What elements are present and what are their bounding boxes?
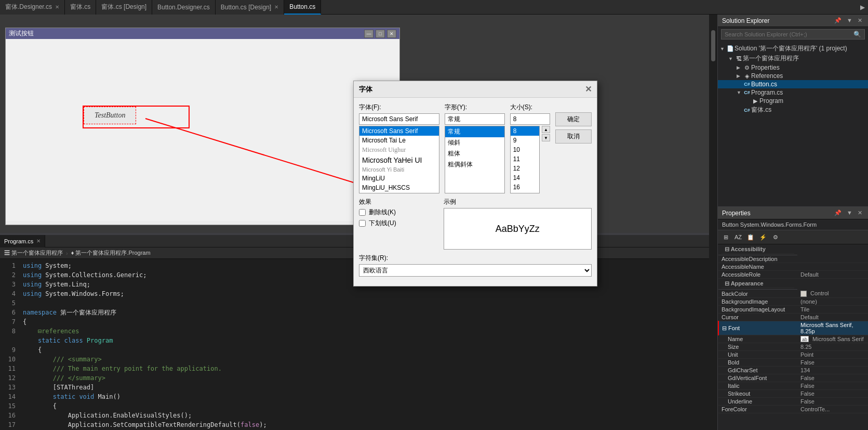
- tree-expand-icon[interactable]: ▼: [728, 56, 735, 61]
- charset-select[interactable]: 西欧语言: [359, 264, 592, 277]
- breadcrumb-right[interactable]: ♦ 第一个窗体应用程序.Program: [71, 249, 151, 257]
- prop-font[interactable]: ⊟ Font Microsoft Sans Serif, 8.25p: [718, 321, 868, 335]
- tree-item-properties[interactable]: ▶ ⚙ Properties: [718, 63, 868, 72]
- font-dialog[interactable]: 字体 ✕ 字体(F): Microsoft Sans Serif Microso…: [353, 81, 597, 286]
- tree-item-program-class[interactable]: ▶ ▶ Program: [718, 97, 868, 105]
- font-list-item[interactable]: MingLiU_HKSCS: [359, 183, 439, 192]
- style-list-item-bold-italic[interactable]: 粗偶斜体: [445, 159, 504, 170]
- pin-button[interactable]: 📌: [833, 17, 843, 24]
- tree-expand-icon[interactable]: ▼: [737, 90, 743, 95]
- style-list-item-regular[interactable]: 常规: [445, 126, 504, 137]
- close-button[interactable]: ✕: [387, 30, 396, 38]
- underline-checkbox[interactable]: [359, 220, 366, 227]
- font-size-list[interactable]: 8 9 10 11 12 14 16: [510, 126, 540, 193]
- prop-value[interactable]: ControlTe...: [797, 406, 868, 413]
- prop-value[interactable]: Tile: [797, 306, 868, 314]
- cancel-button[interactable]: 取消: [555, 129, 592, 144]
- style-list-item-italic[interactable]: 倾斜: [445, 137, 504, 148]
- prop-cursor[interactable]: Cursor Default: [718, 314, 868, 321]
- prop-font-gdicharset[interactable]: GdiCharSet 134: [718, 367, 868, 374]
- tree-item-form-cs[interactable]: ▶ C# 窗体.cs: [718, 105, 868, 115]
- vertical-scrollbar[interactable]: [709, 15, 717, 430]
- close-panel-button[interactable]: ✕: [856, 17, 864, 24]
- tab-designer-cs[interactable]: 窗体.Designer.cs ✕: [0, 0, 65, 15]
- prop-value[interactable]: False: [797, 359, 868, 367]
- prop-font-italic[interactable]: Italic False: [718, 382, 868, 390]
- prop-font-gdivfont[interactable]: GdiVerticalFont False: [718, 374, 868, 382]
- minimize-button[interactable]: —: [364, 30, 373, 38]
- prop-accessible-name[interactable]: AccessibleName: [718, 263, 868, 271]
- font-list-item[interactable]: Microsoft Uighur: [359, 145, 439, 155]
- font-style-list[interactable]: 常规 倾斜 粗体 粗偶斜体: [445, 126, 505, 193]
- strikethrough-checkbox[interactable]: [359, 209, 366, 216]
- size-down-button[interactable]: ▼: [542, 134, 550, 141]
- prop-value[interactable]: 8.25: [797, 343, 868, 351]
- tree-item-button-cs[interactable]: ▶ C# Button.cs: [718, 80, 868, 88]
- alpha-sort-button[interactable]: AZ: [732, 231, 744, 243]
- tree-expand-icon[interactable]: ▶: [737, 65, 743, 70]
- prop-background-image[interactable]: BackgroundImage (none): [718, 298, 868, 306]
- breadcrumb-left[interactable]: ☰ 第一个窗体应用程序: [4, 249, 63, 257]
- font-list-item[interactable]: Microsoft Yi Baiti: [359, 165, 439, 174]
- prop-value[interactable]: (none): [797, 298, 868, 306]
- size-list-item-12[interactable]: 12: [511, 164, 539, 173]
- tab-form-design[interactable]: 窗体.cs [Design]: [96, 0, 152, 15]
- tab-button-designer[interactable]: Button.Designer.cs: [152, 0, 216, 15]
- prop-accessible-description[interactable]: AccessibleDescription: [718, 255, 868, 263]
- properties-content[interactable]: ⊟ Accessibility AccessibleDescription Ac…: [718, 244, 868, 426]
- size-list-item-14[interactable]: 14: [511, 173, 539, 183]
- font-name-list[interactable]: Microsoft Sans Serif Microsoft Tai Le Mi…: [359, 126, 439, 193]
- pin-button[interactable]: 📌: [833, 209, 843, 217]
- prop-font-unit[interactable]: Unit Point: [718, 351, 868, 359]
- properties-view-button[interactable]: 📋: [745, 231, 756, 243]
- prop-value[interactable]: Microsoft Sans Serif, 8.25p: [797, 321, 868, 335]
- solution-search-box[interactable]: 🔍: [721, 29, 865, 40]
- tree-item-program-cs[interactable]: ▼ C# Program.cs: [718, 88, 868, 97]
- style-list-item-bold[interactable]: 粗体: [445, 148, 504, 159]
- prop-value[interactable]: Default: [797, 271, 868, 279]
- prop-forecolor[interactable]: ForeColor ControlTe...: [718, 406, 868, 413]
- dropdown-button[interactable]: ▼: [845, 209, 854, 217]
- prop-font-name[interactable]: Name ab Microsoft Sans Serif: [718, 335, 868, 343]
- size-up-button[interactable]: ▲: [542, 126, 550, 133]
- prop-font-bold[interactable]: Bold False: [718, 359, 868, 367]
- prop-value[interactable]: [797, 263, 868, 271]
- font-name-input[interactable]: [359, 113, 439, 125]
- code-tab-close[interactable]: ✕: [36, 238, 41, 244]
- size-list-item-10[interactable]: 10: [511, 145, 539, 154]
- tree-expand-icon[interactable]: ▼: [720, 46, 726, 51]
- prop-value[interactable]: False: [797, 374, 868, 382]
- solution-search-input[interactable]: [725, 31, 853, 37]
- tab-button-cs[interactable]: Button.cs: [284, 0, 321, 15]
- scroll-thumb[interactable]: [711, 30, 715, 61]
- prop-backcolor[interactable]: BackColor Control: [718, 290, 868, 298]
- prop-background-image-layout[interactable]: BackgroundImageLayout Tile: [718, 306, 868, 314]
- expand-icon[interactable]: ⊟: [722, 325, 727, 331]
- prop-value[interactable]: ab Microsoft Sans Serif: [797, 335, 868, 343]
- close-panel-button[interactable]: ✕: [856, 209, 864, 217]
- size-list-item-11[interactable]: 11: [511, 154, 539, 164]
- size-list-item-8[interactable]: 8: [511, 126, 539, 136]
- prop-value[interactable]: False: [797, 382, 868, 390]
- size-list-item-16[interactable]: 16: [511, 183, 539, 192]
- prop-font-size[interactable]: Size 8.25: [718, 343, 868, 351]
- settings-button[interactable]: ⚙: [770, 231, 781, 243]
- tree-item-references[interactable]: ▶ ◈ References: [718, 72, 868, 80]
- prop-value[interactable]: [797, 255, 868, 263]
- font-list-item[interactable]: Microsoft Tai Le: [359, 136, 439, 145]
- dialog-close-button[interactable]: ✕: [585, 84, 592, 94]
- tree-item-project[interactable]: ▼ 🏗 第一个窗体应用程序: [718, 54, 868, 63]
- prop-font-underline[interactable]: Underline False: [718, 398, 868, 406]
- font-list-item[interactable]: MingLiU: [359, 174, 439, 183]
- prop-value[interactable]: Point: [797, 351, 868, 359]
- ok-button[interactable]: 确定: [555, 112, 592, 126]
- font-list-item-selected[interactable]: Microsoft Sans Serif: [359, 126, 439, 136]
- prop-value[interactable]: False: [797, 398, 868, 406]
- code-tab-program[interactable]: Program.cs ✕: [0, 235, 45, 247]
- font-list-item[interactable]: Microsoft YaHei UI: [359, 155, 439, 165]
- close-icon[interactable]: ✕: [55, 4, 59, 10]
- font-style-input[interactable]: [445, 113, 505, 125]
- font-size-input[interactable]: [510, 113, 550, 125]
- prop-value[interactable]: Control: [797, 290, 868, 298]
- prop-accessible-role[interactable]: AccessibleRole Default: [718, 271, 868, 279]
